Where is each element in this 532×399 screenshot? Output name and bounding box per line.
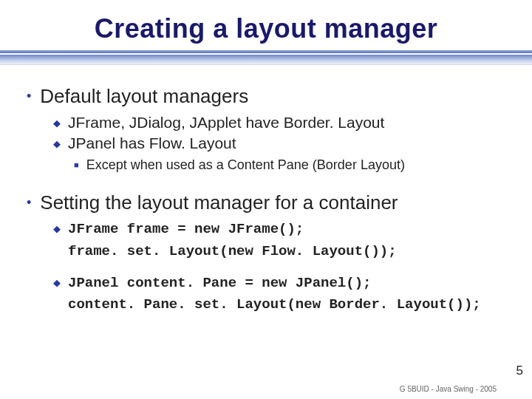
code-block: JFrame frame = new JFrame(); frame. set.… [68,219,397,262]
diamond-bullet-icon: ◆ [53,223,61,234]
disc-bullet-icon: • [27,89,31,104]
footer-text: G 5BUID - Java Swing - 2005 [400,385,497,393]
sublist: ◆ JFrame, JDialog, JApplet have Border. … [27,113,505,174]
disc-bullet-icon: • [27,195,31,211]
bullet-group-2: • Setting the layout manager for a conta… [27,191,505,316]
subsublist: ■ Except when used as a Content Pane (Bo… [53,157,505,174]
code-line: JFrame frame = new JFrame(); [68,219,397,240]
square-bullet-icon: ■ [74,160,79,169]
bullet-text: Default layout managers [40,84,248,109]
list-item: • Default layout managers [27,84,505,109]
list-item: ■ Except when used as a Content Pane (Bo… [74,157,505,174]
diamond-bullet-icon: ◆ [53,138,61,149]
code-line: frame. set. Layout(new Flow. Layout()); [68,241,397,262]
slide: Creating a layout manager • Default layo… [0,0,532,399]
diamond-bullet-icon: ◆ [53,277,61,288]
diamond-bullet-icon: ◆ [53,117,61,129]
bullet-text: Except when used as a Content Pane (Bord… [86,157,405,174]
bullet-group-1: • Default layout managers ◆ JFrame, JDia… [27,84,505,174]
list-item: ◆ JPanel content. Pane = new JPanel(); c… [53,273,505,316]
slide-content: • Default layout managers ◆ JFrame, JDia… [0,65,532,316]
sublist: ◆ JFrame frame = new JFrame(); frame. se… [27,219,505,316]
bullet-text: JFrame, JDialog, JApplet have Border. La… [68,113,384,133]
list-item: • Setting the layout manager for a conta… [27,191,505,215]
code-block: JPanel content. Pane = new JPanel(); con… [68,273,481,316]
bullet-text: JPanel has Flow. Layout [68,134,236,154]
list-item: ◆ JFrame frame = new JFrame(); frame. se… [53,219,505,262]
code-line: JPanel content. Pane = new JPanel(); [68,273,481,294]
title-divider [0,50,532,65]
list-item: ◆ JFrame, JDialog, JApplet have Border. … [53,113,505,133]
list-item: ◆ JPanel has Flow. Layout [53,134,505,154]
page-number: 5 [516,364,523,378]
code-line: content. Pane. set. Layout(new Border. L… [68,294,481,316]
bullet-text: Setting the layout manager for a contain… [40,191,398,215]
slide-title: Creating a layout manager [0,0,532,50]
